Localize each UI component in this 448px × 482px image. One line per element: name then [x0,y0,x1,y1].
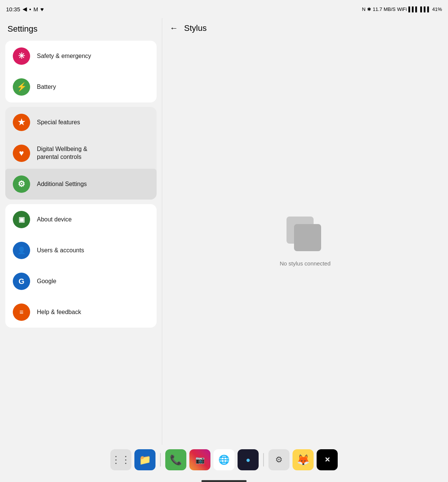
bottom-nav: ⋮⋮ 📁 📞 📷 🌐 ● ⚙ 🦊 ✕ [0,445,448,479]
right-panel-title: Stylus [184,23,207,33]
right-content: No stylus connected [162,38,448,445]
stylus-illustration [283,217,328,254]
sidebar-item-google[interactable]: G Google [5,266,157,297]
apps-grid-icon: ⋮⋮ [111,454,131,466]
network-speed: 11.7 MB/S [373,6,396,12]
settings-title: Settings [0,18,162,38]
avatar-icon: 🦊 [297,454,310,466]
battery-percent: 41% [432,6,442,12]
main-content: Settings ✳ Safety & emergency ⚡ Battery … [0,18,448,445]
card-about-help: ▣ About device 👤 Users & accounts G Goog… [5,204,157,328]
dot-icon: • [29,6,31,12]
safety-icon: ✳ [13,47,30,65]
sidebar-item-safety[interactable]: ✳ Safety & emergency [5,41,157,72]
back-button[interactable]: ← [170,23,178,33]
sidebar-item-help-feedback[interactable]: ≡ Help & feedback [5,297,157,328]
x-icon: ✕ [325,456,330,464]
sidebar-item-users-accounts[interactable]: 👤 Users & accounts [5,235,157,266]
status-left: 10:35 ◀ • M ♥ [6,6,44,12]
nav-chrome-button[interactable]: 🌐 [213,449,235,470]
home-indicator[interactable] [201,480,247,482]
safety-label: Safety & emergency [37,52,91,60]
sidebar-item-battery[interactable]: ⚡ Battery [5,72,157,102]
nav-files-button[interactable]: 📁 [134,449,155,470]
about-device-label: About device [37,216,72,224]
battery-icon: ⚡ [13,78,30,96]
status-right: N ✱ 11.7 MB/S WiFi ▌▌▌ ▌▌▌ 41% [362,6,442,12]
help-feedback-icon: ≡ [13,304,30,321]
status-bar: 10:35 ◀ • M ♥ N ✱ 11.7 MB/S WiFi ▌▌▌ ▌▌▌… [0,0,448,18]
users-accounts-label: Users & accounts [37,247,84,255]
status-time: 10:35 [6,6,20,12]
nav-avatar-button[interactable]: 🦊 [293,449,314,470]
nfc-icon: N [362,6,366,12]
phone-icon: 📞 [170,454,182,466]
left-panel: Settings ✳ Safety & emergency ⚡ Battery … [0,18,162,445]
special-features-icon: ★ [13,114,30,131]
instagram-icon: 📷 [195,455,205,464]
wellbeing-label: Digital Wellbeing &parental controls [37,145,87,161]
google-icon: G [13,273,30,290]
nav-x-button[interactable]: ✕ [317,449,338,470]
sidebar-item-additional-settings[interactable]: ⚙ Additional Settings [5,169,157,200]
files-icon: 📁 [139,454,151,466]
nav-phone-button[interactable]: 📞 [165,449,186,470]
sidebar-item-about-device[interactable]: ▣ About device [5,204,157,235]
email-icon: M [34,6,38,12]
nav-instagram-button[interactable]: 📷 [189,449,210,470]
nav-apps-button[interactable]: ⋮⋮ [110,449,131,470]
ball-icon: ● [246,456,250,464]
nav-ball-button[interactable]: ● [238,449,259,470]
card-special-additional: ★ Special features ♥ Digital Wellbeing &… [5,107,157,200]
signal-icon: ▌▌▌ [408,6,419,12]
users-accounts-icon: 👤 [13,242,30,259]
settings-gear-icon: ⚙ [275,455,283,465]
special-features-label: Special features [37,119,80,127]
nav-divider-2 [263,453,264,467]
additional-settings-label: Additional Settings [37,180,87,188]
bluetooth-icon: ✱ [367,6,371,12]
wellbeing-icon: ♥ [13,145,30,162]
wifi-icon: WiFi [397,6,407,12]
right-panel: ← Stylus No stylus connected [162,18,448,445]
signal-icon2: ▌▌▌ [420,6,431,12]
nav-divider-1 [160,453,161,467]
help-feedback-label: Help & feedback [37,308,81,316]
chrome-icon: 🌐 [218,455,230,465]
headphone-icon: ♥ [40,6,44,12]
no-stylus-text: No stylus connected [280,260,331,267]
sidebar-item-special-features[interactable]: ★ Special features [5,107,157,138]
battery-label: Battery [37,83,56,91]
nav-settings-button[interactable]: ⚙ [268,449,290,470]
location-icon: ◀ [23,6,27,12]
about-device-icon: ▣ [13,211,30,228]
stylus-square-front [294,224,321,251]
card-safety-battery: ✳ Safety & emergency ⚡ Battery [5,41,157,102]
additional-settings-icon: ⚙ [13,175,30,193]
right-header: ← Stylus [162,18,448,38]
google-label: Google [37,278,56,285]
sidebar-item-wellbeing[interactable]: ♥ Digital Wellbeing &parental controls [5,138,157,169]
